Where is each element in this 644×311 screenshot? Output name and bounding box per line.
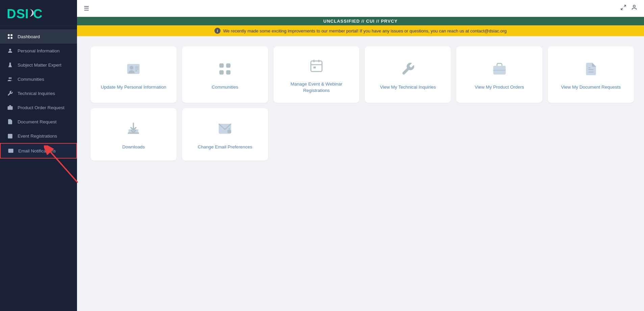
sidebar-item-event-registrations[interactable]: Event Registrations bbox=[0, 129, 77, 143]
svg-rect-4 bbox=[11, 34, 12, 36]
svg-point-9 bbox=[9, 77, 10, 79]
logo-area: DS I C bbox=[0, 0, 77, 26]
svg-line-20 bbox=[621, 8, 623, 10]
sidebar-item-label: Technical Inquiries bbox=[18, 91, 55, 96]
person-card-icon bbox=[126, 62, 141, 79]
communities-icon bbox=[7, 76, 14, 82]
svg-rect-43 bbox=[228, 130, 231, 133]
card-label: Communities bbox=[212, 84, 238, 91]
topbar-left: ☰ bbox=[84, 5, 89, 12]
sidebar: DS I C Dashboard Personal Information bbox=[0, 0, 77, 311]
fullscreen-icon[interactable] bbox=[620, 4, 626, 12]
card-grid-row1: Update My Personal Information Communiti… bbox=[91, 46, 634, 103]
card-grid-row2: Downloads Change Email Preferences bbox=[91, 108, 634, 161]
svg-rect-30 bbox=[226, 70, 231, 75]
svg-rect-14 bbox=[8, 134, 12, 139]
sidebar-item-product-order-request[interactable]: Product Order Request bbox=[0, 100, 77, 115]
sidebar-item-document-request[interactable]: Document Request bbox=[0, 115, 77, 129]
svg-rect-31 bbox=[311, 61, 322, 71]
info-icon: i bbox=[214, 28, 221, 34]
sidebar-nav: Dashboard Personal Information Subject M… bbox=[0, 26, 77, 311]
classification-text: UNCLASSIFIED // CUI // PRVCY bbox=[324, 19, 398, 24]
svg-rect-11 bbox=[8, 106, 13, 110]
card-email-preferences[interactable]: Change Email Preferences bbox=[182, 108, 268, 161]
svg-point-23 bbox=[130, 66, 133, 70]
svg-text:C: C bbox=[33, 7, 43, 21]
sidebar-item-label: Communities bbox=[18, 77, 44, 82]
card-update-personal[interactable]: Update My Personal Information bbox=[91, 46, 177, 103]
sidebar-item-subject-matter-expert[interactable]: Subject Matter Expert bbox=[0, 58, 77, 72]
svg-rect-28 bbox=[226, 64, 231, 68]
sidebar-item-personal-information[interactable]: Personal Information bbox=[0, 44, 77, 58]
dashboard-content: Update My Personal Information Communiti… bbox=[77, 36, 644, 311]
person-icon bbox=[7, 47, 14, 54]
card-manage-events[interactable]: Manage Event & Webinar Registrations bbox=[274, 46, 360, 103]
empty-col bbox=[456, 108, 542, 161]
info-banner: i We recently made some exciting improve… bbox=[77, 25, 644, 36]
sidebar-item-label: Product Order Request bbox=[18, 105, 65, 110]
svg-text:DS: DS bbox=[7, 7, 25, 21]
sidebar-item-technical-inquiries[interactable]: Technical Inquiries bbox=[0, 86, 77, 100]
svg-rect-5 bbox=[8, 37, 9, 39]
svg-point-7 bbox=[9, 49, 11, 51]
card-product-orders[interactable]: View My Product Orders bbox=[456, 46, 542, 103]
empty-col bbox=[365, 108, 451, 161]
hamburger-menu-icon[interactable]: ☰ bbox=[84, 5, 89, 12]
briefcase-large-icon bbox=[492, 62, 507, 79]
sidebar-item-label: Email Notifications bbox=[18, 148, 56, 153]
download-icon bbox=[126, 121, 141, 139]
sidebar-item-label: Document Request bbox=[18, 119, 57, 124]
doc-text-icon bbox=[584, 62, 598, 79]
card-label: Change Email Preferences bbox=[198, 144, 252, 150]
svg-point-10 bbox=[10, 77, 12, 79]
dsiac-logo-svg: DS I C bbox=[7, 6, 44, 21]
svg-rect-29 bbox=[220, 70, 224, 75]
classification-banner: UNCLASSIFIED // CUI // PRVCY bbox=[77, 17, 644, 25]
topbar-right bbox=[620, 4, 637, 12]
briefcase-icon bbox=[7, 104, 14, 111]
sidebar-item-label: Event Registrations bbox=[18, 134, 57, 139]
sidebar-item-label: Personal Information bbox=[18, 48, 60, 53]
card-document-requests[interactable]: View My Document Requests bbox=[548, 46, 634, 103]
svg-rect-35 bbox=[313, 67, 316, 69]
svg-line-19 bbox=[624, 5, 626, 7]
app-logo: DS I C bbox=[7, 6, 70, 21]
grid-icon bbox=[217, 62, 232, 79]
svg-text:I: I bbox=[25, 7, 29, 21]
card-technical-inquiries[interactable]: View My Technical Inquiries bbox=[365, 46, 451, 103]
svg-rect-6 bbox=[11, 37, 12, 39]
empty-col bbox=[548, 108, 634, 161]
sidebar-item-dashboard[interactable]: Dashboard bbox=[0, 29, 77, 44]
email-icon bbox=[7, 147, 14, 154]
empty-col bbox=[274, 108, 360, 161]
wrench-large-icon bbox=[401, 62, 415, 79]
main-content: ☰ UNCLASSIFIED // CUI // PRVCY i We rece… bbox=[77, 0, 644, 311]
sidebar-item-communities[interactable]: Communities bbox=[0, 72, 77, 86]
topbar: ☰ bbox=[77, 0, 644, 17]
flask-icon bbox=[7, 62, 14, 68]
user-menu-icon[interactable] bbox=[631, 4, 637, 12]
card-label: Downloads bbox=[122, 144, 145, 150]
card-label: View My Product Orders bbox=[475, 84, 524, 91]
svg-rect-3 bbox=[8, 34, 9, 36]
calendar-event-icon bbox=[309, 58, 324, 76]
sidebar-item-email-notifications[interactable]: Email Notifications bbox=[0, 143, 77, 159]
info-text: We recently made some exciting improveme… bbox=[223, 28, 507, 33]
sidebar-item-label: Subject Matter Expert bbox=[18, 63, 61, 68]
dashboard-icon bbox=[7, 33, 14, 40]
svg-point-21 bbox=[633, 5, 635, 7]
card-label: View My Technical Inquiries bbox=[380, 84, 436, 91]
email-card-icon bbox=[217, 121, 232, 139]
calendar-icon bbox=[7, 133, 14, 139]
card-communities[interactable]: Communities bbox=[182, 46, 268, 103]
wrench-icon bbox=[7, 90, 14, 97]
card-label: Manage Event & Webinar Registrations bbox=[280, 81, 353, 94]
card-downloads[interactable]: Downloads bbox=[91, 108, 177, 161]
card-label: View My Document Requests bbox=[561, 84, 621, 91]
sidebar-item-label: Dashboard bbox=[18, 34, 40, 39]
document-icon bbox=[7, 118, 14, 125]
svg-rect-27 bbox=[220, 64, 224, 68]
card-label: Update My Personal Information bbox=[101, 84, 166, 91]
